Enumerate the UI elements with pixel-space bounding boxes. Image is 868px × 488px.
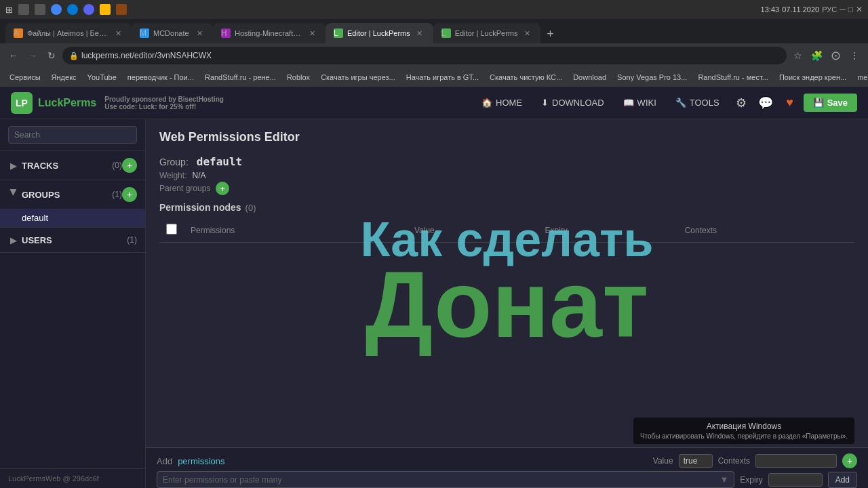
perm-input-container[interactable]: Enter permissions or paste many ▼ xyxy=(157,471,734,488)
tab-close-3[interactable]: ✕ xyxy=(307,28,317,39)
sidebar-footer-text: LuckPermsWeb @ 296dc6f xyxy=(8,474,99,483)
add-contexts-btn[interactable]: + xyxy=(842,453,857,468)
add-parent-btn[interactable]: + xyxy=(216,182,229,195)
clock: 13:43 xyxy=(761,5,780,14)
bookmark-download[interactable]: Download xyxy=(569,72,610,83)
minimize-btn[interactable]: ─ xyxy=(840,5,846,14)
url-bar[interactable]: 🔒 luckperms.net/editor/3vnNSAHCWX xyxy=(62,47,787,64)
patreon-btn[interactable]: ♥ xyxy=(779,92,801,114)
select-all-checkbox[interactable] xyxy=(166,224,177,235)
maximize-btn[interactable]: □ xyxy=(848,5,853,14)
save-button[interactable]: 💾 Save xyxy=(804,94,857,112)
bookmark-roblox[interactable]: Roblox xyxy=(283,72,314,83)
add-permission-btn[interactable]: Add xyxy=(828,472,857,488)
bookmark-sony[interactable]: Sony Vegas Pro 13... xyxy=(613,72,691,83)
windows-activation-title: Активация Windows xyxy=(640,422,848,431)
tab-close-1[interactable]: ✕ xyxy=(113,28,123,39)
new-tab-btn[interactable]: + xyxy=(540,24,559,43)
tab-close-5[interactable]: ✕ xyxy=(521,28,532,39)
windows-activation: Активация Windows Чтобы активировать Win… xyxy=(633,418,854,444)
forward-btn[interactable]: → xyxy=(24,47,41,64)
extensions-btn[interactable]: 🧩 xyxy=(808,47,825,64)
profile-btn[interactable]: ⊙ xyxy=(827,47,844,64)
users-section: ▶ USERS (1) xyxy=(0,228,145,253)
value-label: Value xyxy=(653,456,673,466)
tracks-arrow-icon: ▶ xyxy=(8,160,19,171)
value-input[interactable] xyxy=(679,454,713,468)
search-input[interactable] xyxy=(8,126,137,144)
search-box xyxy=(0,119,145,151)
date: 07.11.2020 xyxy=(782,5,819,14)
bookmark-cs[interactable]: Скачать чистую КС... xyxy=(486,72,566,83)
groups-add-btn[interactable]: + xyxy=(122,187,137,202)
nav-tools[interactable]: 🔧 TOOLS xyxy=(667,94,728,112)
main-layout: ▶ TRACKS (0) + ▶ GROUPS (1) + default xyxy=(0,119,868,488)
tab-3[interactable]: H Hosting-Minecraft.ru - Файловы... ✕ xyxy=(213,23,326,43)
reload-btn[interactable]: ↻ xyxy=(43,47,60,64)
weight-row: Weight: N/A xyxy=(159,171,854,180)
expiry-input[interactable] xyxy=(768,473,823,487)
taskbar-icon-chrome[interactable] xyxy=(51,4,62,15)
permissions-link[interactable]: permissions xyxy=(178,456,224,466)
groups-header[interactable]: ▶ GROUPS (1) + xyxy=(0,180,145,209)
contexts-input[interactable] xyxy=(755,454,837,468)
tracks-add-btn[interactable]: + xyxy=(122,158,137,173)
nav-home[interactable]: 🏠 HOME xyxy=(473,94,530,112)
logo-area: LP LuckPerms Proudly sponsored by Bisect… xyxy=(11,92,224,114)
nav-wiki[interactable]: 📖 WIKI xyxy=(615,94,665,112)
permissions-count: (0) xyxy=(245,203,256,213)
bookmark-gta[interactable]: Начать играть в GT... xyxy=(402,72,483,83)
sidebar-item-default[interactable]: default xyxy=(0,209,145,227)
github-btn[interactable]: ⚙ xyxy=(730,92,752,114)
sponsor-line2: Use code: Luck: for 25% off! xyxy=(104,103,224,110)
save-icon: 💾 xyxy=(813,98,824,108)
group-info: Group: default Weight: N/A Parent groups… xyxy=(146,150,868,202)
menu-btn[interactable]: ⋮ xyxy=(846,47,863,64)
tab-close-2[interactable]: ✕ xyxy=(194,28,205,39)
taskbar-icon-edge[interactable] xyxy=(67,4,78,15)
tab-5[interactable]: L Editor | LuckPerms ✕ xyxy=(433,23,541,43)
bookmark-ender[interactable]: Поиск эндер крен... xyxy=(775,72,850,83)
bookmark-star-btn[interactable]: ☆ xyxy=(789,47,806,64)
back-btn[interactable]: ← xyxy=(5,47,22,64)
taskbar-icon-file[interactable] xyxy=(35,4,45,15)
tracks-section: ▶ TRACKS (0) + xyxy=(0,151,145,180)
bookmark-randstuff2[interactable]: RandStuff.ru - мест... xyxy=(694,72,772,83)
tab-label-3: Hosting-Minecraft.ru - Файловы... xyxy=(235,29,302,37)
group-name-row: Group: default xyxy=(159,155,854,168)
groups-arrow-icon: ▶ xyxy=(8,189,19,200)
bookmark-translator[interactable]: переводчик - Пои... xyxy=(123,72,198,83)
tab-4[interactable]: L Editor | LuckPerms ✕ xyxy=(326,23,433,43)
tab-label-1: Файлы | Ateimos | Бесплатный х... xyxy=(27,29,108,37)
nav-download-label: DOWNLOAD xyxy=(552,98,604,108)
bookmark-randstuff1[interactable]: RandStuff.ru - рене... xyxy=(201,72,280,83)
add-label: Add xyxy=(157,456,172,466)
bookmark-mega[interactable]: megamaster 3 @m... xyxy=(853,72,868,83)
users-header[interactable]: ▶ USERS (1) xyxy=(0,228,145,252)
th-contexts: Contexts xyxy=(678,218,854,243)
nav-wiki-label: WIKI xyxy=(637,98,656,108)
bookmark-youtube[interactable]: YouTube xyxy=(83,72,121,83)
tab-2[interactable]: M MCDonate ✕ xyxy=(132,23,213,43)
tab-bar: A Файлы | Ateimos | Бесплатный х... ✕ M … xyxy=(0,19,868,43)
bookmark-services[interactable]: Сервисы xyxy=(5,72,45,83)
overlay-main-text: Донат xyxy=(366,257,649,352)
taskbar-icon-search[interactable] xyxy=(18,4,29,15)
bottom-row1: Add permissions Value Contexts + xyxy=(157,453,857,468)
bottom-row2: Enter permissions or paste many ▼ Expiry… xyxy=(157,471,857,488)
close-btn[interactable]: ✕ xyxy=(856,5,863,14)
taskbar-icon-extra[interactable] xyxy=(116,4,127,15)
lock-icon: 🔒 xyxy=(69,52,79,60)
taskbar-icon-discord[interactable] xyxy=(83,4,94,15)
tab-label-5: Editor | LuckPerms xyxy=(455,29,518,37)
discord-btn[interactable]: 💬 xyxy=(755,92,776,114)
taskbar-icon-explorer[interactable] xyxy=(100,4,111,15)
tab-1[interactable]: A Файлы | Ateimos | Бесплатный х... ✕ xyxy=(5,23,132,43)
tracks-header[interactable]: ▶ TRACKS (0) + xyxy=(0,151,145,180)
tab-close-4[interactable]: ✕ xyxy=(414,28,425,39)
nav-download[interactable]: ⬇ DOWNLOAD xyxy=(533,94,612,112)
bookmark-yandex[interactable]: Яндекс xyxy=(47,72,81,83)
url-text: luckperms.net/editor/3vnNSAHCWX xyxy=(81,51,212,60)
bookmark-download-games[interactable]: Скачать игры через... xyxy=(317,72,399,83)
title-bar: ⊞ 13:43 07.11.2020 РУС ─ □ ✕ xyxy=(0,0,868,19)
